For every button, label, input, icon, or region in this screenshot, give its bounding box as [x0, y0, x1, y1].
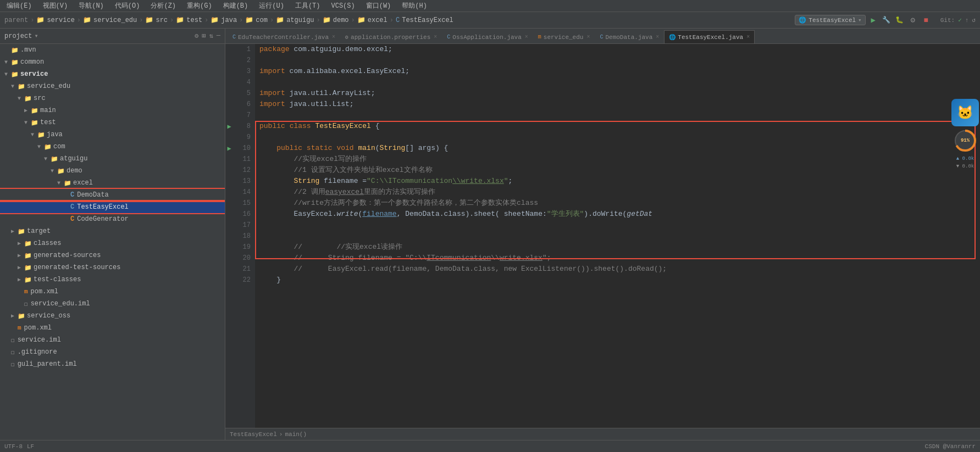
run-config-dropdown[interactable]: ▾	[858, 16, 862, 24]
tree-item-test-classes[interactable]: ▶ 📁 test-classes	[0, 274, 225, 286]
code-content[interactable]: package com.atguigu.demo.excel; import c…	[255, 44, 980, 428]
tree-item-java[interactable]: ▼ 📁 java	[0, 129, 225, 141]
status-left: UTF-8 LF	[4, 443, 34, 450]
bc-testeasyexcel[interactable]: TestEasyExcel	[402, 16, 453, 24]
tab-close-demodata[interactable]: ×	[656, 34, 659, 40]
menu-tools[interactable]: 工具(T)	[293, 0, 323, 12]
run-config[interactable]: 🌐 TestEasyExcel ▾	[795, 15, 865, 25]
folder-icon: 📁	[31, 119, 38, 126]
tree-item-testeasyexcel[interactable]: C TestEasyExcel	[0, 201, 225, 213]
project-dropdown[interactable]: ▾	[34, 32, 38, 40]
tree-item-service-oss[interactable]: ▶ 📁 service_oss	[0, 310, 225, 322]
menu-code[interactable]: 代码(O)	[113, 0, 142, 12]
folder-icon: 📁	[18, 83, 25, 90]
git-undo[interactable]: ↺	[972, 16, 976, 24]
run-button[interactable]: ▶	[868, 15, 879, 26]
menu-run[interactable]: 运行(U)	[257, 0, 286, 12]
tree-item-codegenerator[interactable]: C CodeGenerator	[0, 213, 225, 225]
bc-com[interactable]: com	[256, 16, 268, 24]
tree-item-excel[interactable]: ▼ 📁 excel	[0, 177, 225, 189]
tree-item-service-edu-iml[interactable]: ◻ service_edu.iml	[0, 298, 225, 310]
menu-vcs[interactable]: VCS(S)	[329, 1, 357, 11]
bc-atguigu[interactable]: atguigu	[286, 16, 314, 24]
build-button[interactable]: 🔧	[881, 15, 892, 26]
tree-item-pom-service[interactable]: m pom.xml	[0, 286, 225, 298]
bc-java[interactable]: java	[221, 16, 237, 24]
tree-item-main[interactable]: ▶ 📁 main	[0, 104, 225, 116]
code-line-15: //write方法两个参数：第一个参数文件路径名称，第二个参数实体类class	[259, 198, 976, 209]
bc-service-edu[interactable]: service_edu	[93, 16, 137, 24]
tab-label: application.properties	[351, 34, 430, 41]
git-area: Git: ✓ ↑ ↺	[940, 16, 976, 24]
gitignore-icon: ◻	[11, 349, 15, 356]
tree-item-pom-root[interactable]: m pom.xml	[0, 322, 225, 334]
gear-icon[interactable]: ⚙	[195, 32, 198, 40]
tree-item-gen-sources[interactable]: ▶ 📁 generated-sources	[0, 249, 225, 261]
tree-item-target[interactable]: ▶ 📁 target	[0, 225, 225, 237]
tree-item-com[interactable]: ▼ 📁 com	[0, 141, 225, 153]
tab-close-service-edu[interactable]: ×	[586, 34, 590, 40]
code-line-3: import com.alibaba.excel.EasyExcel;	[259, 66, 976, 77]
folder-icon: 📁	[31, 107, 38, 114]
profile-button[interactable]: ⚙	[907, 15, 918, 26]
tree-item-service[interactable]: ▼ 📁 service	[0, 68, 225, 80]
tree-item-mvn[interactable]: 📁 .mvn	[0, 44, 225, 56]
tree-item-atguigu[interactable]: ▼ 📁 atguigu	[0, 153, 225, 165]
menu-refactor[interactable]: 重构(G)	[185, 0, 214, 12]
collapse-icon[interactable]: ─	[217, 32, 220, 40]
tree-item-common[interactable]: ▼ 📁 common	[0, 56, 225, 68]
bc-atguigu-icon: 📁	[276, 16, 284, 24]
tree-item-gitignore[interactable]: ◻ .gitignore	[0, 346, 225, 358]
tree-item-guli-parent-iml[interactable]: ◻ guli_parent.iml	[0, 358, 225, 370]
tree-item-classes[interactable]: ▶ 📁 classes	[0, 237, 225, 249]
stop-button[interactable]: ■	[921, 15, 932, 26]
tree-item-service-edu[interactable]: ▼ 📁 service_edu	[0, 80, 225, 92]
class-icon-codegenerator: C	[70, 215, 74, 223]
git-checkmark[interactable]: ✓	[958, 16, 962, 24]
tab-close-eduteacher[interactable]: ×	[332, 34, 335, 40]
left-panel: project ▾ ⚙ ⊞ ⇅ ─ 📁 .mvn	[0, 29, 225, 440]
tab-eduteacher[interactable]: C EduTeacherController.java ×	[228, 30, 340, 43]
folder-icon: 📁	[24, 276, 32, 283]
layout-icon[interactable]: ⊞	[202, 32, 206, 40]
project-label: project	[4, 32, 32, 40]
tab-demodata[interactable]: C DemoData.java ×	[595, 30, 664, 43]
bc-excel[interactable]: excel	[368, 16, 387, 24]
menu-build[interactable]: 构建(B)	[221, 0, 251, 12]
menu-edit[interactable]: 编辑(E)	[4, 0, 34, 12]
tab-close-testeasyexcel[interactable]: ×	[746, 34, 750, 40]
bc-test[interactable]: test	[186, 16, 202, 24]
bc-demo[interactable]: demo	[333, 16, 349, 24]
menu-view[interactable]: 视图(V)	[41, 0, 70, 12]
tab-service-edu[interactable]: m service_edu ×	[533, 30, 595, 43]
tree-item-demodata[interactable]: C DemoData	[0, 189, 225, 201]
sort-icon[interactable]: ⇅	[209, 32, 213, 40]
tab-close-ossapp[interactable]: ×	[525, 34, 528, 40]
tab-ossapp[interactable]: C OssApplication.java ×	[442, 30, 533, 43]
tree-item-service-iml[interactable]: ◻ service.iml	[0, 334, 225, 346]
tree-item-demo[interactable]: ▼ 📁 demo	[0, 165, 225, 177]
menu-nav[interactable]: 导航(N)	[76, 0, 106, 12]
tab-testeasyexcel[interactable]: 🌐 TestEasyExcel.java ×	[664, 30, 755, 43]
tree-item-src[interactable]: ▼ 📁 src	[0, 92, 225, 104]
menu-help[interactable]: 帮助(H)	[400, 0, 429, 12]
folder-icon: 📁	[24, 264, 32, 271]
bc-service[interactable]: service	[47, 16, 74, 24]
folder-icon: 📁	[44, 143, 52, 150]
bc-src[interactable]: src	[156, 16, 168, 24]
tab-close-application[interactable]: ×	[434, 34, 437, 40]
folder-icon: 📁	[11, 47, 19, 54]
memory-indicator[interactable]: 91%	[953, 129, 977, 153]
panel-icons: ⚙ ⊞ ⇅ ─	[195, 32, 220, 40]
git-arrow-up[interactable]: ↑	[965, 17, 969, 24]
app-window: 编辑(E) 视图(V) 导航(N) 代码(O) 分析(Z) 重构(G) 构建(B…	[0, 0, 980, 452]
tree-item-test[interactable]: ▼ 📁 test	[0, 116, 225, 129]
bc-testeasyexcel-icon: C	[396, 16, 400, 24]
menu-analyze[interactable]: 分析(Z)	[148, 0, 178, 12]
menu-window[interactable]: 窗口(W)	[364, 0, 394, 12]
tab-application[interactable]: ⚙ application.properties ×	[340, 30, 442, 43]
tree-item-gen-test-sources[interactable]: ▶ 📁 generated-test-sources	[0, 261, 225, 274]
bc-parent[interactable]: parent	[4, 16, 28, 24]
top-toolbar: parent › 📁 service › 📁 service_edu › 📁 s…	[0, 12, 980, 29]
debug-button[interactable]: 🐛	[894, 15, 905, 26]
